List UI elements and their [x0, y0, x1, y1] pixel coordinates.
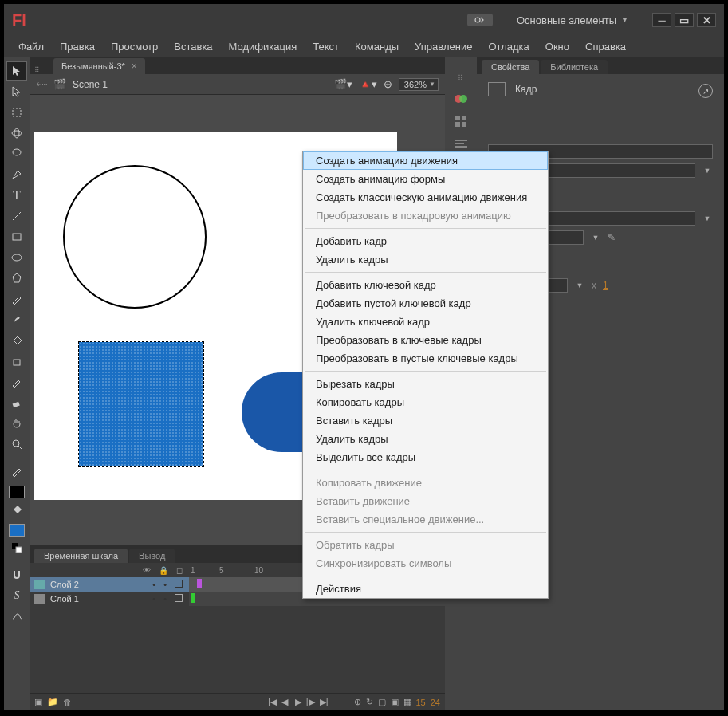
edit-multiple-button[interactable]: ▦	[403, 697, 411, 707]
loop-button[interactable]: ↻	[366, 697, 373, 707]
ctx-item[interactable]: Удалить ключевой кадр	[303, 313, 548, 331]
menu-help[interactable]: Справка	[577, 38, 634, 55]
visibility-icon[interactable]: 👁	[143, 566, 151, 575]
tab-library[interactable]: Библиотека	[541, 60, 608, 74]
smooth-tool[interactable]: S	[6, 586, 27, 605]
ctx-item[interactable]: Выделить все кадры	[303, 448, 548, 466]
ctx-item[interactable]: Преобразовать в ключевые кадры	[303, 331, 548, 349]
ctx-item[interactable]: Добавить ключевой кадр	[303, 276, 548, 294]
subselection-tool[interactable]	[6, 82, 27, 101]
menu-control[interactable]: Управление	[407, 38, 480, 55]
prev-frame-button[interactable]: ◀|	[281, 697, 290, 707]
tab-properties[interactable]: Свойства	[482, 60, 539, 74]
sync-settings-button[interactable]	[467, 14, 493, 26]
pen-tool[interactable]	[6, 165, 27, 184]
edit-scene-icon[interactable]: 🎬▾	[334, 78, 352, 90]
brush-tool[interactable]	[6, 310, 27, 329]
ctx-item[interactable]: Создать классическую анимацию движения	[303, 188, 548, 207]
delete-layer-button[interactable]: 🗑	[63, 698, 72, 707]
ctx-item[interactable]: Вырезать кадры	[303, 375, 548, 393]
center-frame-button[interactable]: ⊕	[354, 697, 361, 707]
selected-rectangle[interactable]	[79, 342, 203, 466]
ctx-item[interactable]: Преобразовать в пустые ключевые кадры	[303, 349, 548, 368]
lasso-tool[interactable]	[6, 144, 27, 163]
document-tab[interactable]: Безымянный-3* ×	[53, 58, 145, 74]
hand-tool[interactable]	[6, 414, 27, 433]
menu-commands[interactable]: Команды	[347, 38, 407, 55]
ctx-item[interactable]: Добавить пустой ключевой кадр	[303, 294, 548, 313]
close-tab-icon[interactable]: ×	[132, 61, 137, 72]
ctx-item[interactable]: Действия	[303, 580, 548, 598]
ctx-item[interactable]: Создать анимацию формы	[303, 170, 548, 188]
menu-modify[interactable]: Модификация	[221, 38, 305, 55]
menu-debug[interactable]: Отладка	[480, 38, 537, 55]
new-folder-button[interactable]: 📁	[47, 697, 58, 707]
eyedropper-tool[interactable]	[6, 372, 27, 391]
workspace-dropdown[interactable]: Основные элементы ▼	[517, 14, 628, 26]
paint-bucket-tool[interactable]	[6, 331, 27, 350]
zoom-dropdown[interactable]: 362% ▼	[399, 78, 439, 91]
menu-file[interactable]: Файл	[10, 38, 52, 55]
polystar-tool[interactable]	[6, 269, 27, 288]
onion-outline-button[interactable]: ▣	[391, 697, 399, 707]
first-frame-button[interactable]: |◀	[268, 697, 277, 707]
x-value[interactable]: 1	[603, 280, 608, 291]
3d-rotation-tool[interactable]	[6, 124, 27, 143]
minimize-button[interactable]: ─	[652, 13, 671, 27]
outline-icon[interactable]: ◻	[176, 566, 183, 575]
tab-output[interactable]: Вывод	[129, 549, 175, 563]
ctx-item[interactable]: Копировать кадры	[303, 393, 548, 411]
tab-timeline[interactable]: Временная шкала	[34, 549, 128, 563]
menu-text[interactable]: Текст	[305, 38, 347, 55]
play-button[interactable]: ▶	[295, 697, 301, 707]
lock-icon[interactable]: 🔒	[159, 566, 168, 575]
oval-tool[interactable]	[6, 248, 27, 267]
zoom-tool[interactable]	[6, 435, 27, 454]
new-layer-button[interactable]: ▣	[34, 697, 42, 707]
info-link-icon[interactable]: ↗	[698, 84, 713, 98]
next-frame-button[interactable]: |▶	[306, 697, 315, 707]
scene-bar: ⬸ 🎬 Scene 1 🎬▾ 🔺▾ ⊕ 362% ▼	[30, 74, 445, 95]
color-panel-icon[interactable]	[451, 90, 471, 108]
ctx-item[interactable]: Добавить кадр	[303, 232, 548, 250]
eraser-tool[interactable]	[6, 393, 27, 412]
edit-symbols-icon[interactable]: 🔺▾	[359, 78, 377, 90]
ink-bottle-tool[interactable]	[6, 352, 27, 371]
nav-back-icon[interactable]: ⬸	[36, 78, 47, 91]
onion-skin-button[interactable]: ▢	[378, 697, 386, 707]
pencil-tool[interactable]	[6, 289, 27, 309]
drawn-circle[interactable]	[63, 165, 207, 309]
ctx-item[interactable]: Создать анимацию движения	[303, 151, 548, 170]
panel-grip-icon[interactable]: ⠿	[34, 66, 53, 74]
snap-tool[interactable]	[6, 565, 27, 584]
menu-view[interactable]: Просмотр	[103, 38, 166, 55]
rectangle-tool[interactable]	[6, 227, 27, 246]
menu-window[interactable]: Окно	[537, 38, 577, 55]
line-tool[interactable]	[6, 207, 27, 226]
svg-point-11	[13, 440, 19, 447]
text-tool[interactable]: T	[6, 186, 27, 205]
menu-insert[interactable]: Вставка	[166, 38, 220, 55]
ctx-item[interactable]: Вставить кадры	[303, 411, 548, 430]
maximize-button[interactable]: ▭	[675, 13, 694, 27]
last-frame-button[interactable]: ▶|	[320, 697, 329, 707]
center-stage-icon[interactable]: ⊕	[384, 78, 392, 90]
free-transform-tool[interactable]	[6, 103, 27, 122]
svg-marker-8	[13, 273, 21, 282]
selection-tool[interactable]	[6, 61, 27, 81]
panel-grip-icon[interactable]: ⠿	[458, 74, 464, 82]
close-button[interactable]: ✕	[697, 13, 716, 27]
swatches-panel-icon[interactable]	[451, 112, 471, 130]
swap-colors-tool[interactable]	[6, 538, 27, 557]
pencil-icon[interactable]: ✎	[608, 232, 616, 243]
straighten-tool[interactable]	[6, 607, 27, 626]
fill-swatch[interactable]	[9, 524, 25, 537]
stroke-swatch[interactable]	[9, 486, 25, 498]
align-panel-icon[interactable]	[451, 135, 471, 152]
fill-color-tool[interactable]	[6, 500, 27, 519]
ctx-item[interactable]: Удалить кадры	[303, 430, 548, 448]
current-frame: 15	[416, 698, 426, 707]
menu-edit[interactable]: Правка	[52, 38, 103, 55]
ctx-item[interactable]: Удалить кадры	[303, 250, 548, 269]
stroke-color-tool[interactable]	[6, 462, 27, 481]
